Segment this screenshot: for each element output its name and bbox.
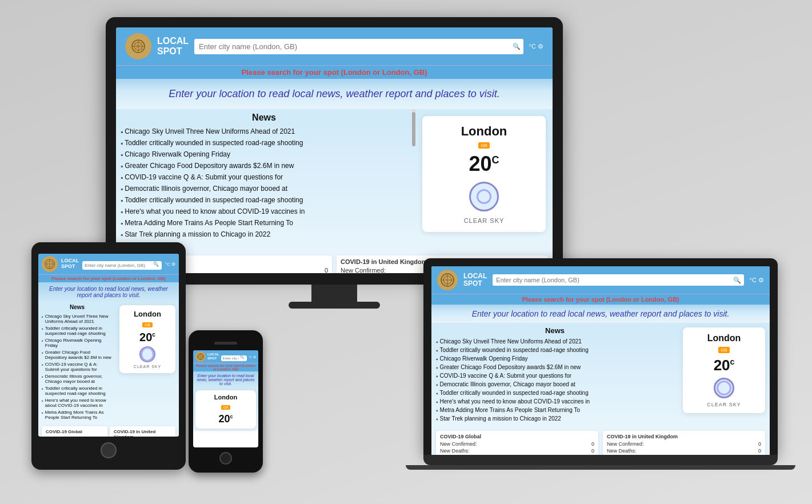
news-item-1[interactable]: Chicago Sky Unveil Three New Uniforms Ah… <box>121 127 407 136</box>
laptop-weather-temp: 20c <box>689 357 759 374</box>
search-input[interactable] <box>194 39 523 54</box>
tablet-news-7[interactable]: Toddler critically wounded in suspected … <box>42 386 113 396</box>
phone-units[interactable]: °C ⚙ <box>249 355 256 359</box>
tablet-covid-global: COVID-19 Global New Confirmed: 0 New Dea… <box>42 426 107 437</box>
tagline: Enter your location to read local news, … <box>116 79 553 109</box>
laptop-app-header: LOCAL SPOT 🔍 °C ⚙ <box>431 266 770 294</box>
phone-home-button[interactable] <box>219 452 232 465</box>
laptop-bottom <box>406 465 795 470</box>
news-item-4[interactable]: Greater Chicago Food Depository awards $… <box>121 162 407 170</box>
search-icon: 🔍 <box>513 43 521 50</box>
laptop-news-7[interactable]: Toddler critically wounded in suspected … <box>436 390 674 397</box>
news-item-5[interactable]: COVID-19 vaccine Q & A: Submit your ques… <box>121 173 407 182</box>
tablet-temp: 20c <box>124 331 171 344</box>
phone-speaker <box>214 342 237 345</box>
tablet-logo-text: LOCAL SPOT <box>61 258 79 270</box>
laptop-news-4[interactable]: Greater Chicago Food Depository awards $… <box>436 364 674 371</box>
laptop-news-9[interactable]: Metra Adding More Trains As People Start… <box>436 407 674 414</box>
phone-header: LOCAL SPOT 🔍 °C ⚙ <box>193 350 258 363</box>
tablet-news-2[interactable]: Toddler critically wounded in suspected … <box>42 326 113 336</box>
tablet-flag: GB <box>142 322 153 327</box>
phone-logo-text: LOCAL SPOT <box>207 353 219 360</box>
laptop-news-section: News Chicago Sky Unveil Three New Unifor… <box>431 323 678 427</box>
laptop-weather-section: London GB 20c CLEAR SKY <box>678 323 770 427</box>
laptop-news-6[interactable]: Democratic Illinois governor, Chicago ma… <box>436 381 674 388</box>
tablet-body: News Chicago Sky Unveil Three New Unifor… <box>38 302 179 424</box>
laptop-weather-city: London <box>689 333 759 343</box>
tablet-news-6[interactable]: Democratic Illinois governor, Chicago ma… <box>42 374 113 384</box>
laptop: LOCAL SPOT 🔍 °C ⚙ Please search for your… <box>423 258 778 470</box>
tablet-news-1[interactable]: Chicago Sky Unveil Three New Uniforms Ah… <box>42 314 113 324</box>
phone-logo-icon <box>195 351 206 362</box>
news-title: News <box>121 113 407 123</box>
tablet-covid: COVID-19 Global New Confirmed: 0 New Dea… <box>38 424 179 437</box>
news-item-2[interactable]: Toddler critically wounded in suspected … <box>121 139 407 147</box>
monitor-screen: LOCAL SPOT 🔍 °C ⚙ Please search for your… <box>116 27 553 273</box>
laptop-app-body: News Chicago Sky Unveil Three New Unifor… <box>431 323 770 427</box>
laptop-alert-bar: Please search for your spot (London or L… <box>431 294 770 305</box>
tablet-logo-icon <box>42 256 58 272</box>
phone-tagline: Enter your location to read local news, … <box>193 371 258 388</box>
monitor-neck <box>311 285 357 302</box>
phone-weather-section: London GB 20c <box>193 388 258 431</box>
tablet-weather-card: London GB 20c CLEAR SKY <box>119 305 175 373</box>
news-item-9[interactable]: Metra Adding More Trains As People Start… <box>121 219 407 227</box>
scene: LOCAL SPOT 🔍 °C ⚙ Please search for your… <box>0 0 812 504</box>
tablet-border: LOCAL SPOT 🔍 °C ⚙ Please search for your… <box>31 242 186 470</box>
news-item-6[interactable]: Democratic Illinois governor, Chicago ma… <box>121 185 407 193</box>
laptop-news-8[interactable]: Here's what you need to know about COVID… <box>436 398 674 405</box>
tablet-weather-desc: CLEAR SKY <box>124 365 171 369</box>
tablet-units[interactable]: °C ⚙ <box>165 262 175 267</box>
laptop-news-10[interactable]: Star Trek planning a mission to Chicago … <box>436 415 674 422</box>
weather-flag: GB <box>478 142 490 149</box>
news-item-8[interactable]: Here's what you need to know about COVID… <box>121 207 407 216</box>
laptop-news-2[interactable]: Toddler critically wounded in suspected … <box>436 347 674 354</box>
laptop-news-3[interactable]: Chicago Riverwalk Opening Friday <box>436 355 674 362</box>
laptop-screen-border: LOCAL SPOT 🔍 °C ⚙ Please search for your… <box>423 258 778 455</box>
monitor-base <box>289 302 380 309</box>
phone-city: London <box>199 394 253 401</box>
phone-temp: 20c <box>199 413 253 425</box>
logo-text: LOCAL SPOT <box>157 36 189 56</box>
tablet-search-input[interactable] <box>82 261 162 270</box>
phone-screen: LOCAL SPOT 🔍 °C ⚙ Please search for your… <box>193 350 258 447</box>
tablet-news-9[interactable]: Metra Adding More Trains As People Start… <box>42 410 113 420</box>
tablet-news-title: News <box>42 304 113 310</box>
search-wrapper: 🔍 <box>194 39 523 54</box>
laptop-weather-desc: CLEAR SKY <box>689 402 759 407</box>
weather-temperature: 20c <box>430 152 538 176</box>
laptop-tagline: Enter your location to read local news, … <box>431 305 770 323</box>
tablet-tagline: Enter your location to read local news, … <box>38 282 179 302</box>
weather-city: London <box>430 124 538 139</box>
units-toggle[interactable]: °C ⚙ <box>529 43 543 50</box>
tablet-screen: LOCAL SPOT 🔍 °C ⚙ Please search for your… <box>38 254 179 437</box>
weather-section: London GB 20c CLEAR SKY <box>415 109 553 252</box>
tablet-weather: London GB 20c CLEAR SKY <box>116 302 179 424</box>
tablet-news-5[interactable]: COVID-19 vaccine Q & A: Submit your ques… <box>42 362 113 372</box>
laptop-news-1[interactable]: Chicago Sky Unveil Three New Uniforms Ah… <box>436 338 674 345</box>
news-item-7[interactable]: Toddler critically wounded in suspected … <box>121 196 407 205</box>
tablet-home-button[interactable] <box>101 442 117 458</box>
laptop-search-input[interactable] <box>493 274 743 286</box>
laptop-news-title: News <box>436 326 674 335</box>
laptop-covid-section: COVID-19 Global New Confirmed: 0 New Dea… <box>431 427 770 455</box>
news-section: News Chicago Sky Unveil Three New Unifor… <box>116 109 412 252</box>
laptop-search-icon: 🔍 <box>733 277 741 284</box>
tablet-news-4[interactable]: Greater Chicago Food Depository awards $… <box>42 350 113 360</box>
news-item-10[interactable]: Star Trek planning a mission to Chicago … <box>121 230 407 239</box>
tablet-news-8[interactable]: Here's what you need to know about COVID… <box>42 398 113 408</box>
phone-flag: GB <box>221 405 231 410</box>
news-item-3[interactable]: Chicago Riverwalk Opening Friday <box>121 150 407 159</box>
laptop-units[interactable]: °C ⚙ <box>750 277 764 284</box>
monitor-screen-border: LOCAL SPOT 🔍 °C ⚙ Please search for your… <box>106 17 563 273</box>
laptop-news-5[interactable]: COVID-19 vaccine Q & A: Submit your ques… <box>436 373 674 379</box>
laptop-screen: LOCAL SPOT 🔍 °C ⚙ Please search for your… <box>431 266 770 455</box>
phone-alert-bar: Please search for your spot (London or L… <box>193 363 258 371</box>
phone-search-icon: 🔍 <box>240 355 244 359</box>
tablet-news-3[interactable]: Chicago Riverwalk Opening Friday <box>42 338 113 348</box>
phone-border: LOCAL SPOT 🔍 °C ⚙ Please search for your… <box>189 330 263 473</box>
alert-bar: Please search for your spot (London or L… <box>116 65 553 79</box>
weather-description: CLEAR SKY <box>430 217 538 224</box>
tablet-alert-bar: Please search for your spot (London or L… <box>38 274 179 282</box>
laptop-covid-uk: COVID-19 in United Kingdom New Confirmed… <box>603 431 765 455</box>
